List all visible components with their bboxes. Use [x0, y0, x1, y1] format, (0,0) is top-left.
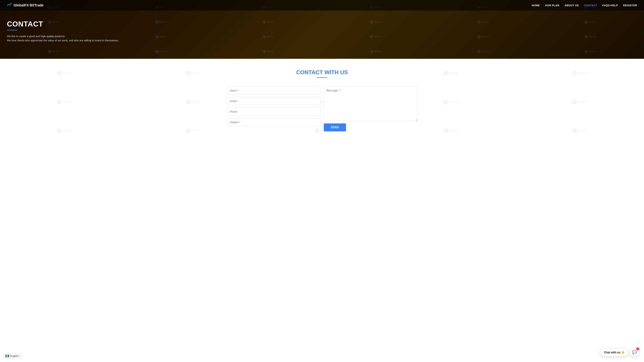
- send-button[interactable]: SEND: [324, 123, 346, 131]
- section-title-plain: CONTACT: [296, 69, 324, 75]
- message-textarea[interactable]: [324, 86, 417, 121]
- contact-form: SEND: [227, 86, 417, 131]
- logo-text: GlobalFX BitTrade: [14, 3, 44, 7]
- section-title-blue: WITH US: [324, 69, 348, 75]
- form-left: [227, 86, 320, 131]
- form-right: SEND: [324, 86, 417, 131]
- contact-section: WWikiFX WWikiFX WWikiFX WWikiFX WWikiFX …: [0, 59, 644, 145]
- section-underline: [317, 77, 327, 78]
- name-input[interactable]: [227, 86, 320, 95]
- nav-home[interactable]: HOME: [532, 4, 540, 7]
- nav-contact[interactable]: CONTACT: [584, 4, 597, 7]
- hero-title: CONTACT: [7, 20, 119, 28]
- logo[interactable]: GlobalFX BitTrade: [7, 2, 44, 8]
- nav-about-us[interactable]: ABOUT US: [564, 4, 579, 7]
- hero-desc1: We like to create a good and high-qualit…: [7, 34, 119, 38]
- hero-desc2: We love clients who appreciate the value…: [7, 38, 119, 42]
- logo-icon: [7, 2, 12, 8]
- nav-faqs[interactable]: FAQS-HELP: [602, 4, 618, 7]
- nav-our-plan[interactable]: OUR PLAN: [545, 4, 559, 7]
- nav-register[interactable]: REGISTER: [623, 4, 637, 7]
- subject-input[interactable]: [227, 118, 320, 126]
- nav-links: HOME OUR PLAN ABOUT US CONTACT FAQS-HELP…: [532, 4, 637, 7]
- section-title: CONTACT WITH US: [7, 69, 637, 76]
- phone-input[interactable]: [227, 108, 320, 116]
- email-input[interactable]: [227, 97, 320, 105]
- hero-underline: [7, 30, 17, 30]
- navbar: GlobalFX BitTrade HOME OUR PLAN ABOUT US…: [0, 0, 644, 10]
- hero-content: CONTACT We like to create a good and hig…: [0, 9, 126, 49]
